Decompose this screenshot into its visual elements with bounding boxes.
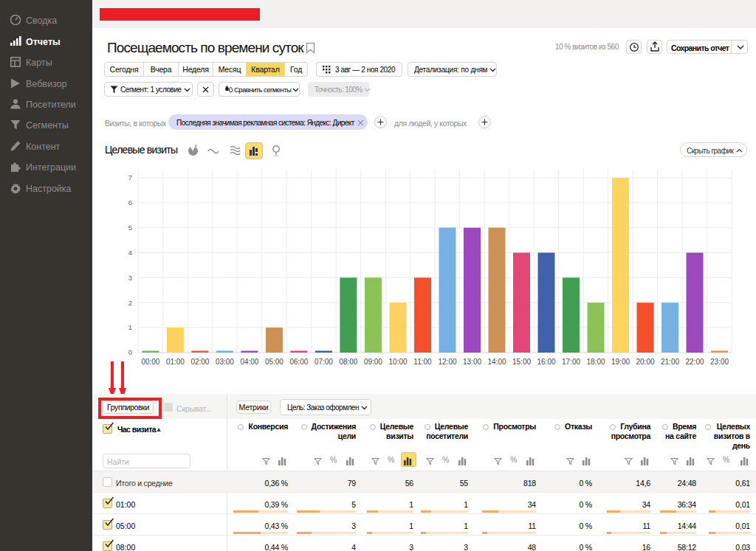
svg-text:10:00: 10:00 bbox=[388, 358, 407, 366]
svg-text:05:00: 05:00 bbox=[265, 358, 284, 366]
svg-text:5: 5 bbox=[128, 223, 132, 232]
svg-text:04:00: 04:00 bbox=[240, 358, 258, 366]
svg-text:09:00: 09:00 bbox=[364, 358, 382, 366]
svg-text:14:00: 14:00 bbox=[487, 358, 506, 366]
svg-text:18:00: 18:00 bbox=[586, 358, 605, 366]
svg-text:07:00: 07:00 bbox=[315, 358, 333, 366]
svg-text:1: 1 bbox=[128, 323, 132, 331]
svg-text:7: 7 bbox=[128, 173, 132, 181]
svg-text:21:00: 21:00 bbox=[661, 358, 679, 366]
svg-text:23:00: 23:00 bbox=[710, 358, 729, 366]
svg-text:12:00: 12:00 bbox=[438, 358, 456, 366]
svg-text:4: 4 bbox=[128, 249, 132, 257]
svg-text:19:00: 19:00 bbox=[611, 358, 630, 366]
svg-text:02:00: 02:00 bbox=[190, 358, 209, 366]
svg-text:03:00: 03:00 bbox=[216, 358, 234, 366]
svg-text:01:00: 01:00 bbox=[166, 358, 185, 366]
svg-text:06:00: 06:00 bbox=[289, 358, 308, 366]
svg-text:16:00: 16:00 bbox=[537, 358, 555, 366]
svg-text:15:00: 15:00 bbox=[512, 358, 531, 366]
svg-text:08:00: 08:00 bbox=[339, 358, 357, 366]
svg-text:20:00: 20:00 bbox=[636, 358, 654, 366]
svg-text:0: 0 bbox=[128, 348, 132, 356]
svg-text:00:00: 00:00 bbox=[141, 358, 159, 366]
svg-text:22:00: 22:00 bbox=[685, 358, 704, 366]
svg-text:6: 6 bbox=[128, 198, 132, 207]
svg-text:11:00: 11:00 bbox=[413, 358, 432, 366]
svg-text:2: 2 bbox=[128, 299, 132, 307]
svg-text:13:00: 13:00 bbox=[463, 358, 481, 366]
svg-text:17:00: 17:00 bbox=[562, 358, 580, 366]
svg-text:3: 3 bbox=[128, 274, 132, 282]
